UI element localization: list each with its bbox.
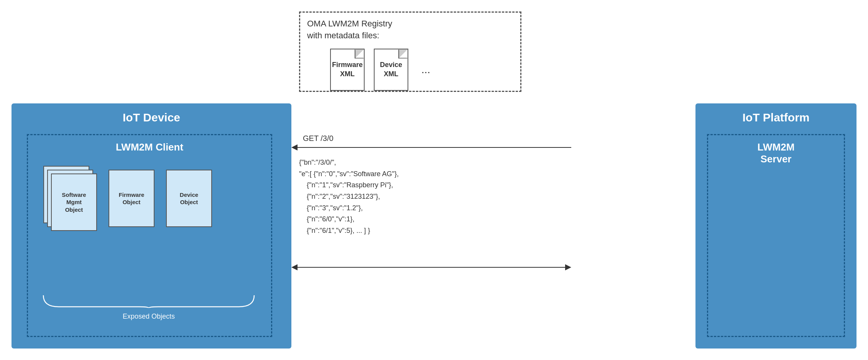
arrow-head-left-double — [291, 264, 298, 270]
get-request-label: GET /3/0 — [303, 134, 571, 143]
firmware-xml-file: Firmware XML — [330, 49, 365, 91]
oma-files: Firmware XML Device XML ... — [330, 49, 513, 91]
arrow-head-left-get — [291, 144, 298, 151]
iot-device-box: IoT Device LWM2M Client Software Mgmt Ob… — [12, 103, 291, 349]
firmware-object-label: Firmware Object — [119, 191, 145, 206]
arrow-line-get — [298, 147, 571, 148]
oma-registry-box: OMA LWM2M Registrywith metadata files: F… — [299, 11, 521, 92]
middle-area: GET /3/0 {"bn":"/3/0/", "e":[ {"n":"0","… — [291, 103, 571, 349]
iot-device-title: IoT Device — [12, 103, 291, 124]
software-mgmt-label: Software Mgmt Object — [62, 191, 86, 214]
device-object-label: Device Object — [180, 191, 198, 206]
double-arrow-area — [291, 264, 571, 270]
software-mgmt-object-stack: Software Mgmt Object — [43, 166, 97, 231]
exposed-objects-section: Exposed Objects — [39, 293, 258, 321]
json-line-2: "e":[ {"n":"0","sv":"Software AG"}, — [299, 169, 560, 180]
lwm2m-client-box: LWM2M Client Software Mgmt Object Firmwa… — [27, 134, 272, 337]
object-paper-front: Software Mgmt Object — [51, 173, 97, 231]
exposed-objects-label: Exposed Objects — [39, 313, 258, 321]
json-line-1: {"bn":"/3/0/", — [299, 157, 560, 169]
json-line-3: {"n":"1","sv":"Raspberry Pi"}, — [299, 180, 560, 191]
lwm2m-client-title: LWM2M Client — [28, 135, 271, 153]
device-object-box: Device Object — [166, 170, 212, 227]
double-arrow — [291, 264, 571, 270]
get-request-area: GET /3/0 — [291, 134, 571, 151]
json-line-6: {"n":"6/0","v":1}, — [299, 214, 560, 225]
main-container: OMA LWM2M Registrywith metadata files: F… — [0, 0, 868, 360]
arrow-head-right-double — [565, 264, 571, 270]
brace-svg — [39, 293, 258, 309]
json-line-5: {"n":"3","sv":"1.2"}, — [299, 203, 560, 214]
objects-area: Software Mgmt Object Firmware Object Dev… — [43, 166, 258, 231]
arrow-line-double — [298, 267, 565, 268]
lwm2m-server-title: LWM2M Server — [708, 135, 844, 165]
dots-label: ... — [421, 64, 430, 76]
lwm2m-server-box: LWM2M Server — [707, 134, 845, 337]
device-xml-file: Device XML — [374, 49, 408, 91]
iot-platform-title: IoT Platform — [695, 103, 856, 124]
json-line-4: {"n":"2","sv":"3123123"}, — [299, 191, 560, 203]
json-response-text: {"bn":"/3/0/", "e":[ {"n":"0","sv":"Soft… — [299, 157, 560, 237]
iot-platform-box: IoT Platform LWM2M Server — [695, 103, 856, 349]
firmware-object-box: Firmware Object — [108, 170, 155, 227]
json-line-7: {"n":"6/1","v":5}, ... ] } — [299, 225, 560, 237]
oma-registry-title: OMA LWM2M Registrywith metadata files: — [307, 18, 513, 42]
get-arrow — [291, 144, 571, 151]
